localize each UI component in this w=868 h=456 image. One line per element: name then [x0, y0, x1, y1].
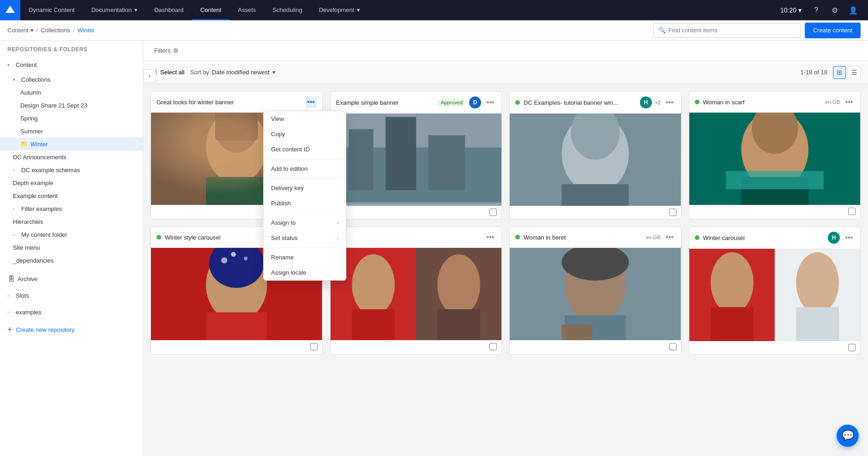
chevron-down-icon: ▾: [272, 69, 276, 76]
card-image: [331, 114, 502, 206]
card-checkbox[interactable]: [848, 208, 856, 215]
collapse-sidebar-button[interactable]: ‹: [143, 69, 156, 82]
sidebar-content-label: Content: [16, 61, 37, 68]
svg-marker-0: [6, 6, 15, 13]
sidebar-item-my-content-folder[interactable]: › My content folder: [0, 228, 143, 241]
nav-item-dashboard[interactable]: Dashboard: [146, 0, 192, 20]
svg-rect-30: [352, 309, 395, 340]
svg-point-4: [215, 113, 258, 153]
context-menu-item-get-content-id[interactable]: Get content ID: [264, 142, 346, 157]
sidebar-item-design-share[interactable]: Design Share 21 Sept 23: [0, 99, 143, 112]
sidebar-item-dc-announcements[interactable]: DC Announcements: [0, 150, 143, 163]
breadcrumb-collections[interactable]: Collections: [41, 27, 70, 34]
context-menu-item-view[interactable]: View: [264, 111, 346, 126]
app-logo[interactable]: [0, 0, 20, 20]
card-menu-button[interactable]: •••: [485, 97, 496, 108]
sidebar-item-slots[interactable]: › Slots: [0, 287, 143, 304]
list-view-button[interactable]: ☰: [848, 66, 861, 79]
card-checkbox[interactable]: [669, 343, 676, 350]
card-checkbox[interactable]: [489, 343, 497, 350]
card-header: Winter carousel H •••: [689, 227, 861, 249]
user-avatar-button[interactable]: 👤: [846, 3, 861, 18]
create-content-button[interactable]: Create content: [805, 23, 861, 38]
sidebar-item-filter-examples[interactable]: › Filter examples: [0, 202, 143, 215]
card-title: Winter carousel: [703, 234, 825, 241]
card-menu-button[interactable]: •••: [844, 96, 855, 108]
sidebar-item-content[interactable]: ▾ Content: [0, 56, 143, 73]
card-checkbox[interactable]: [310, 343, 318, 350]
context-menu-item-set-status[interactable]: Set status ›: [264, 230, 346, 246]
breadcrumb-separator-2: /: [73, 27, 75, 34]
filters-toolbar: Filters ⚙: [143, 41, 868, 61]
sidebar-item-site-menu[interactable]: Site menu: [0, 241, 143, 254]
card-footer: [510, 206, 681, 219]
status-dot: [157, 235, 161, 240]
svg-rect-14: [561, 184, 629, 206]
chevron-right-icon: ›: [7, 293, 13, 298]
sidebar-item-label: Design Share 21 Sept 23: [20, 102, 87, 109]
create-repository-button[interactable]: + Create new repository: [0, 320, 143, 339]
card-menu-button[interactable]: •••: [844, 232, 855, 243]
svg-point-27: [244, 257, 247, 260]
breadcrumb-content[interactable]: Content ▾: [7, 27, 34, 34]
filter-label: Filters: [154, 47, 170, 54]
nav-item-assets[interactable]: Assets: [229, 0, 264, 20]
sidebar-item-dependancies[interactable]: _dependancies: [0, 254, 143, 267]
sidebar-item-example-content[interactable]: Example content: [0, 189, 143, 202]
nav-item-dynamic-content[interactable]: Dynamic Content: [20, 0, 83, 20]
settings-button[interactable]: ⚙: [827, 3, 842, 18]
svg-point-43: [796, 252, 839, 313]
card-menu-button[interactable]: •••: [485, 232, 496, 243]
sidebar-item-label: DC Announcements: [13, 154, 66, 161]
content-card: Woman in scarf en-GB •••: [689, 91, 861, 219]
sidebar-item-spring[interactable]: Spring: [0, 112, 143, 125]
sidebar-item-summer[interactable]: Summer: [0, 125, 143, 138]
card-checkbox[interactable]: [848, 344, 856, 351]
sidebar-item-autumn[interactable]: Autumn: [0, 86, 143, 99]
card-footer: [151, 340, 322, 353]
status-dot: [695, 235, 699, 240]
card-checkbox[interactable]: [489, 209, 497, 216]
card-image: [510, 248, 681, 340]
sidebar-item-collections[interactable]: ▾ Collections: [0, 73, 143, 86]
card-menu-button[interactable]: •••: [306, 96, 317, 108]
search-input[interactable]: [669, 27, 796, 34]
sidebar-item-examples[interactable]: › examples: [0, 304, 143, 320]
context-menu-item-add-to-edition[interactable]: Add to edition: [264, 161, 346, 176]
card-checkbox[interactable]: [669, 209, 676, 216]
context-menu-item-copy[interactable]: Copy: [264, 126, 346, 142]
card-menu-button[interactable]: •••: [664, 232, 675, 243]
view-toggle: ⊞ ☰: [833, 66, 861, 79]
nav-item-scheduling[interactable]: Scheduling: [264, 0, 310, 20]
locale-label: en-GB: [825, 99, 840, 105]
sidebar-item-winter[interactable]: 📁 Winter: [0, 138, 143, 150]
context-menu-item-assign-to[interactable]: Assign to ›: [264, 215, 346, 230]
context-menu-item-assign-locale[interactable]: Assign locale: [264, 265, 346, 280]
chevron-down-icon: ▾: [7, 62, 13, 67]
nav-item-content[interactable]: Content: [192, 0, 230, 20]
breadcrumb-winter[interactable]: Winter: [77, 27, 95, 34]
sort-button[interactable]: Sort by Date modified newest ▾: [190, 69, 276, 76]
sidebar-item-archive[interactable]: 🗄 Archive: [0, 270, 143, 287]
filters-button[interactable]: Filters ⚙: [151, 45, 182, 56]
nav-item-documentation[interactable]: Documentation ▾: [83, 0, 146, 20]
card-header: Great looks for winter banner •••: [151, 92, 322, 113]
select-all-label: Select all: [160, 69, 185, 76]
nav-item-development[interactable]: Development ▾: [311, 0, 369, 20]
context-menu-item-delivery-key[interactable]: Delivery key: [264, 180, 346, 196]
sidebar-item-hierarchies[interactable]: Hierarchies: [0, 215, 143, 228]
search-box: 🔍: [653, 23, 801, 38]
grid-view-button[interactable]: ⊞: [833, 66, 846, 79]
context-menu-item-rename[interactable]: Rename: [264, 250, 346, 265]
context-menu-item-label: Rename: [271, 254, 294, 261]
help-button[interactable]: ?: [809, 3, 824, 18]
sidebar-item-label: Winter: [30, 141, 48, 148]
sidebar-item-label: Spring: [20, 115, 38, 122]
card-menu-button[interactable]: •••: [664, 97, 675, 108]
svg-rect-10: [428, 135, 464, 190]
sidebar-item-dc-example-schemas[interactable]: › DC example schemas: [0, 163, 143, 176]
context-menu-item-publish[interactable]: Publish: [264, 196, 346, 211]
sidebar-item-depth-example[interactable]: Depth example: [0, 176, 143, 189]
sidebar-item-label: Example content: [13, 192, 58, 199]
chat-button[interactable]: 💬: [837, 425, 859, 447]
